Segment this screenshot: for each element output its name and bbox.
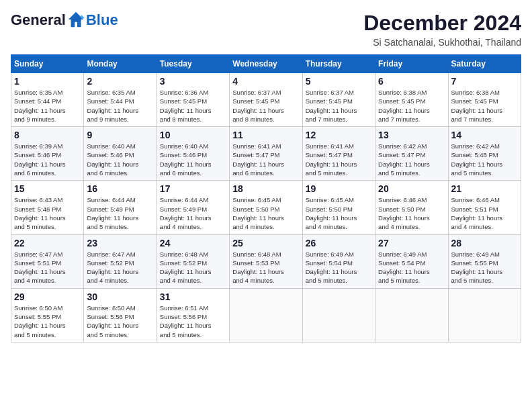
calendar-cell: 24Sunrise: 6:48 AMSunset: 5:52 PMDayligh… xyxy=(157,234,229,288)
weekday-header-sunday: Sunday xyxy=(11,55,84,73)
logo-general: General xyxy=(11,11,66,29)
calendar-cell: 22Sunrise: 6:47 AMSunset: 5:51 PMDayligh… xyxy=(11,234,84,288)
calendar-cell: 9Sunrise: 6:40 AMSunset: 5:46 PMDaylight… xyxy=(84,127,157,181)
calendar-cell: 27Sunrise: 6:49 AMSunset: 5:54 PMDayligh… xyxy=(375,234,448,288)
day-info: Sunrise: 6:36 AMSunset: 5:45 PMDaylight:… xyxy=(160,88,226,124)
weekday-header-friday: Friday xyxy=(375,55,448,73)
calendar-cell: 7Sunrise: 6:38 AMSunset: 5:45 PMDaylight… xyxy=(448,73,521,127)
day-number: 17 xyxy=(160,183,226,194)
page-header: General Blue December 2024 Si Satchanala… xyxy=(11,11,521,48)
day-number: 26 xyxy=(306,238,372,248)
day-number: 28 xyxy=(451,238,518,248)
weekday-header-thursday: Thursday xyxy=(302,55,375,73)
day-info: Sunrise: 6:41 AMSunset: 5:47 PMDaylight:… xyxy=(232,142,299,177)
day-number: 1 xyxy=(14,76,81,87)
day-number: 30 xyxy=(87,291,153,302)
calendar-cell: 8Sunrise: 6:39 AMSunset: 5:46 PMDaylight… xyxy=(11,127,84,181)
calendar-week-5: 29Sunrise: 6:50 AMSunset: 5:55 PMDayligh… xyxy=(11,288,521,342)
day-number: 12 xyxy=(306,130,372,140)
day-number: 5 xyxy=(306,76,372,87)
day-info: Sunrise: 6:43 AMSunset: 5:48 PMDaylight:… xyxy=(14,195,81,231)
calendar-cell: 15Sunrise: 6:43 AMSunset: 5:48 PMDayligh… xyxy=(11,181,84,234)
day-number: 13 xyxy=(378,130,445,140)
day-number: 9 xyxy=(87,130,153,140)
day-number: 24 xyxy=(160,238,226,248)
day-info: Sunrise: 6:40 AMSunset: 5:46 PMDaylight:… xyxy=(160,142,226,177)
month-title: December 2024 xyxy=(363,11,521,36)
day-number: 3 xyxy=(160,76,226,87)
calendar-cell: 31Sunrise: 6:51 AMSunset: 5:56 PMDayligh… xyxy=(157,288,229,342)
calendar-cell: 26Sunrise: 6:49 AMSunset: 5:54 PMDayligh… xyxy=(302,234,375,288)
weekday-header-saturday: Saturday xyxy=(448,55,521,73)
day-number: 18 xyxy=(232,183,299,194)
calendar-cell: 29Sunrise: 6:50 AMSunset: 5:55 PMDayligh… xyxy=(11,288,84,342)
day-number: 15 xyxy=(14,183,81,194)
day-info: Sunrise: 6:39 AMSunset: 5:46 PMDaylight:… xyxy=(14,142,81,177)
day-info: Sunrise: 6:40 AMSunset: 5:46 PMDaylight:… xyxy=(87,142,153,177)
day-info: Sunrise: 6:38 AMSunset: 5:45 PMDaylight:… xyxy=(378,88,445,124)
calendar-cell: 23Sunrise: 6:47 AMSunset: 5:52 PMDayligh… xyxy=(84,234,157,288)
day-info: Sunrise: 6:37 AMSunset: 5:45 PMDaylight:… xyxy=(306,88,372,124)
day-info: Sunrise: 6:38 AMSunset: 5:45 PMDaylight:… xyxy=(451,88,518,124)
day-info: Sunrise: 6:48 AMSunset: 5:53 PMDaylight:… xyxy=(232,250,299,285)
day-number: 29 xyxy=(14,291,81,302)
day-info: Sunrise: 6:49 AMSunset: 5:55 PMDaylight:… xyxy=(451,250,518,285)
day-number: 2 xyxy=(87,76,153,87)
day-number: 11 xyxy=(232,130,299,140)
calendar-cell: 13Sunrise: 6:42 AMSunset: 5:47 PMDayligh… xyxy=(375,127,448,181)
calendar-cell: 19Sunrise: 6:45 AMSunset: 5:50 PMDayligh… xyxy=(302,181,375,234)
day-number: 10 xyxy=(160,130,226,140)
svg-marker-1 xyxy=(81,15,85,19)
day-info: Sunrise: 6:37 AMSunset: 5:45 PMDaylight:… xyxy=(232,88,299,124)
calendar-cell: 12Sunrise: 6:41 AMSunset: 5:47 PMDayligh… xyxy=(302,127,375,181)
day-info: Sunrise: 6:35 AMSunset: 5:44 PMDaylight:… xyxy=(14,88,81,124)
calendar-cell: 3Sunrise: 6:36 AMSunset: 5:45 PMDaylight… xyxy=(157,73,229,127)
day-number: 19 xyxy=(306,183,372,194)
calendar-cell: 1Sunrise: 6:35 AMSunset: 5:44 PMDaylight… xyxy=(11,73,84,127)
day-info: Sunrise: 6:45 AMSunset: 5:50 PMDaylight:… xyxy=(306,195,372,231)
day-number: 6 xyxy=(378,76,445,87)
day-info: Sunrise: 6:45 AMSunset: 5:50 PMDaylight:… xyxy=(232,195,299,231)
calendar-cell: 11Sunrise: 6:41 AMSunset: 5:47 PMDayligh… xyxy=(230,127,302,181)
day-info: Sunrise: 6:50 AMSunset: 5:55 PMDaylight:… xyxy=(14,304,81,339)
calendar-cell: 4Sunrise: 6:37 AMSunset: 5:45 PMDaylight… xyxy=(230,73,302,127)
day-info: Sunrise: 6:50 AMSunset: 5:56 PMDaylight:… xyxy=(87,304,153,339)
calendar-cell: 2Sunrise: 6:35 AMSunset: 5:44 PMDaylight… xyxy=(84,73,157,127)
calendar-week-3: 15Sunrise: 6:43 AMSunset: 5:48 PMDayligh… xyxy=(11,181,521,234)
calendar-cell: 14Sunrise: 6:42 AMSunset: 5:48 PMDayligh… xyxy=(448,127,521,181)
day-number: 14 xyxy=(451,130,518,140)
calendar-cell: 28Sunrise: 6:49 AMSunset: 5:55 PMDayligh… xyxy=(448,234,521,288)
calendar-week-4: 22Sunrise: 6:47 AMSunset: 5:51 PMDayligh… xyxy=(11,234,521,288)
day-info: Sunrise: 6:44 AMSunset: 5:49 PMDaylight:… xyxy=(87,195,153,231)
day-info: Sunrise: 6:49 AMSunset: 5:54 PMDaylight:… xyxy=(306,250,372,285)
calendar-cell: 30Sunrise: 6:50 AMSunset: 5:56 PMDayligh… xyxy=(84,288,157,342)
day-info: Sunrise: 6:41 AMSunset: 5:47 PMDaylight:… xyxy=(306,142,372,177)
calendar-cell: 10Sunrise: 6:40 AMSunset: 5:46 PMDayligh… xyxy=(157,127,229,181)
calendar-cell xyxy=(375,288,448,342)
logo-blue: Blue xyxy=(86,11,118,29)
weekday-header-monday: Monday xyxy=(84,55,157,73)
day-number: 7 xyxy=(451,76,518,87)
day-number: 4 xyxy=(232,76,299,87)
day-info: Sunrise: 6:48 AMSunset: 5:52 PMDaylight:… xyxy=(160,250,226,285)
day-info: Sunrise: 6:42 AMSunset: 5:48 PMDaylight:… xyxy=(451,142,518,177)
logo: General Blue xyxy=(11,11,118,30)
logo-icon xyxy=(67,11,86,30)
day-number: 20 xyxy=(378,183,445,194)
calendar-cell: 21Sunrise: 6:46 AMSunset: 5:51 PMDayligh… xyxy=(448,181,521,234)
day-number: 23 xyxy=(87,238,153,248)
calendar-cell: 6Sunrise: 6:38 AMSunset: 5:45 PMDaylight… xyxy=(375,73,448,127)
day-number: 25 xyxy=(232,238,299,248)
day-info: Sunrise: 6:46 AMSunset: 5:51 PMDaylight:… xyxy=(451,195,518,231)
calendar-cell xyxy=(230,288,302,342)
day-info: Sunrise: 6:51 AMSunset: 5:56 PMDaylight:… xyxy=(160,304,226,339)
calendar-week-1: 1Sunrise: 6:35 AMSunset: 5:44 PMDaylight… xyxy=(11,73,521,127)
calendar-cell: 16Sunrise: 6:44 AMSunset: 5:49 PMDayligh… xyxy=(84,181,157,234)
day-info: Sunrise: 6:35 AMSunset: 5:44 PMDaylight:… xyxy=(87,88,153,124)
calendar-table: SundayMondayTuesdayWednesdayThursdayFrid… xyxy=(11,54,521,342)
calendar-cell: 5Sunrise: 6:37 AMSunset: 5:45 PMDaylight… xyxy=(302,73,375,127)
day-info: Sunrise: 6:46 AMSunset: 5:50 PMDaylight:… xyxy=(378,195,445,231)
day-info: Sunrise: 6:42 AMSunset: 5:47 PMDaylight:… xyxy=(378,142,445,177)
weekday-header-tuesday: Tuesday xyxy=(157,55,229,73)
calendar-cell xyxy=(448,288,521,342)
